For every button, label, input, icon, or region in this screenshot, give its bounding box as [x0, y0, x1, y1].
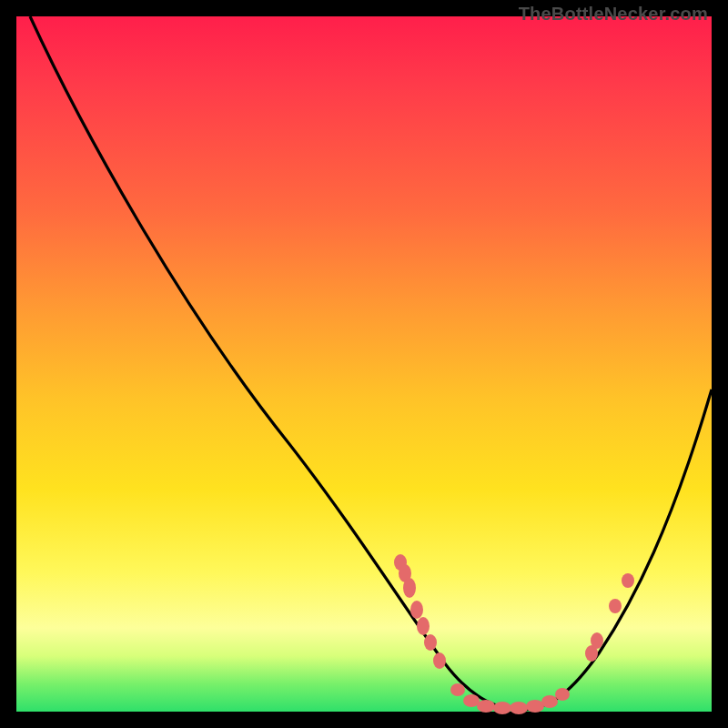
marker-dot [410, 601, 423, 619]
marker-group [394, 554, 634, 714]
curve-layer [16, 16, 712, 712]
marker-dot [477, 700, 495, 713]
marker-dot [591, 632, 603, 649]
marker-dot [424, 634, 437, 651]
marker-dot [403, 578, 416, 598]
marker-dot [622, 573, 634, 588]
marker-dot [450, 683, 465, 696]
marker-dot [541, 695, 558, 708]
watermark-text: TheBottleNecker.com [519, 4, 708, 25]
marker-dot [510, 702, 528, 714]
marker-dot [609, 599, 622, 613]
marker-dot [493, 702, 511, 714]
marker-dot [555, 688, 570, 701]
chart-frame [16, 16, 712, 712]
marker-dot [433, 652, 446, 669]
marker-dot [526, 700, 544, 713]
marker-dot [417, 617, 430, 635]
